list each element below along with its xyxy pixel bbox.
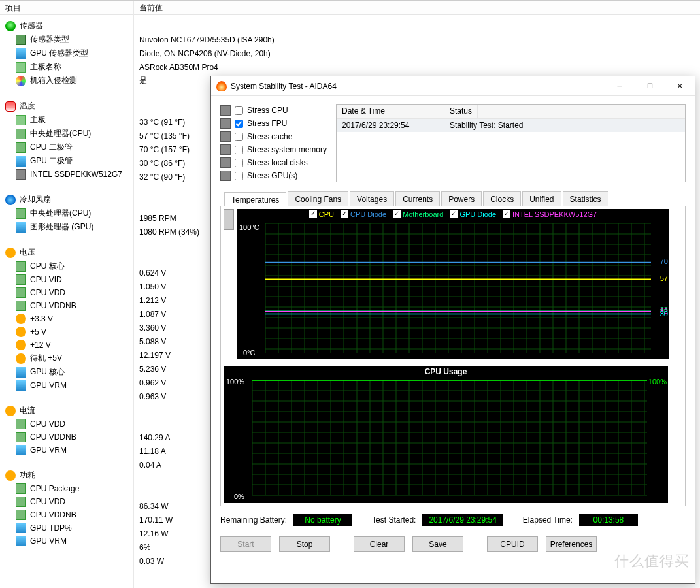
- stop-button[interactable]: Stop: [279, 536, 330, 552]
- tree-item[interactable]: CPU VDD: [0, 417, 133, 431]
- item-icon: [16, 142, 26, 153]
- item-icon: [16, 76, 26, 86]
- stress-option[interactable]: Stress system memory: [220, 143, 327, 156]
- tab-temperatures[interactable]: Temperatures: [224, 192, 286, 206]
- tab-voltages[interactable]: Voltages: [350, 191, 394, 206]
- tree-item[interactable]: 主板: [0, 113, 133, 127]
- tree-item[interactable]: 传感器类型: [0, 33, 133, 46]
- item-icon: [16, 261, 26, 272]
- stress-checkbox[interactable]: [235, 146, 243, 154]
- temp-axis-bottom: 0°C: [243, 349, 255, 357]
- section-fans[interactable]: 冷却风扇: [0, 193, 133, 206]
- tab-powers[interactable]: Powers: [441, 191, 482, 206]
- stress-option[interactable]: Stress GPU(s): [220, 169, 327, 182]
- tree-item[interactable]: GPU 核心: [0, 365, 133, 379]
- scroll-stub[interactable]: [224, 209, 234, 230]
- tree-item[interactable]: 主板名称: [0, 60, 133, 74]
- stress-icon: [220, 131, 231, 142]
- tree-item[interactable]: GPU 传感器类型: [0, 46, 133, 60]
- legend-item[interactable]: CPU: [309, 210, 334, 218]
- column-header-value[interactable]: 当前值: [134, 1, 700, 15]
- value-cell: Diode, ON NCP4206 (NV-Diode, 20h): [137, 46, 700, 60]
- stress-option[interactable]: Stress CPU: [220, 104, 327, 117]
- tree-item[interactable]: 图形处理器 (GPU): [0, 220, 133, 234]
- legend-checkbox[interactable]: [341, 210, 348, 218]
- preferences-button[interactable]: Preferences: [546, 536, 597, 552]
- legend-item[interactable]: INTEL SSDPEKKW512G7: [503, 210, 597, 218]
- tree-item[interactable]: 机箱入侵检测: [0, 74, 133, 88]
- item-icon: [16, 48, 26, 59]
- section-sensors[interactable]: 传感器: [0, 19, 133, 33]
- status-row: Remaining Battery: No battery Test Start…: [220, 514, 686, 526]
- item-icon: [16, 208, 26, 219]
- item-icon: [16, 367, 26, 378]
- tree-item[interactable]: GPU 二极管: [0, 154, 133, 168]
- tree-item[interactable]: GPU VRM: [0, 534, 133, 547]
- battery-label: Remaining Battery:: [220, 515, 287, 525]
- tree-item[interactable]: 中央处理器(CPU): [0, 127, 133, 140]
- legend-item[interactable]: CPU Diode: [341, 210, 386, 218]
- log-row[interactable]: 2017/6/29 23:29:54 Stability Test: Start…: [337, 119, 685, 132]
- tree-item[interactable]: +3.3 V: [0, 312, 133, 325]
- tree-item[interactable]: +5 V: [0, 325, 133, 338]
- close-button[interactable]: ✕: [665, 76, 695, 96]
- stress-checkbox[interactable]: [235, 120, 243, 128]
- tree-item[interactable]: CPU VDDNB: [0, 508, 133, 521]
- stability-test-dialog: System Stability Test - AIDA64 ─ ☐ ✕ Str…: [210, 76, 695, 584]
- tree-item[interactable]: 待机 +5V: [0, 351, 133, 365]
- minimize-button[interactable]: ─: [605, 76, 635, 96]
- legend-checkbox[interactable]: [450, 210, 458, 218]
- titlebar[interactable]: System Stability Test - AIDA64 ─ ☐ ✕: [211, 76, 695, 96]
- section-power[interactable]: 功耗: [0, 468, 133, 482]
- tree-item[interactable]: GPU TDP%: [0, 521, 133, 534]
- save-button[interactable]: Save: [412, 536, 463, 552]
- maximize-button[interactable]: ☐: [635, 76, 665, 96]
- item-icon: [16, 510, 26, 520]
- tab-unified[interactable]: Unified: [522, 191, 561, 206]
- tree-item[interactable]: CPU Package: [0, 482, 133, 495]
- tree-item[interactable]: CPU VID: [0, 273, 133, 286]
- tree-item[interactable]: +12 V: [0, 338, 133, 351]
- legend-item[interactable]: Motherboard: [393, 210, 443, 218]
- column-header-item[interactable]: 项目: [0, 1, 133, 15]
- legend-checkbox[interactable]: [309, 210, 317, 218]
- tree-item[interactable]: CPU 二极管: [0, 140, 133, 154]
- log-col-status[interactable]: Status: [444, 105, 478, 118]
- tree-item[interactable]: CPU 核心: [0, 259, 133, 273]
- tree-item[interactable]: CPU VDDNB: [0, 299, 133, 312]
- stress-checkbox[interactable]: [235, 106, 243, 115]
- tab-clocks[interactable]: Clocks: [483, 191, 521, 206]
- legend-checkbox[interactable]: [503, 210, 510, 218]
- stress-option[interactable]: Stress FPU: [220, 117, 327, 130]
- log-cell-status: Stability Test: Started: [444, 119, 529, 132]
- tree-item[interactable]: CPU VDD: [0, 495, 133, 508]
- stress-checkbox[interactable]: [235, 172, 243, 180]
- power-icon: [5, 470, 16, 481]
- cpu-usage-graph[interactable]: CPU Usage 100% 0% 100%: [224, 366, 668, 503]
- tree-item[interactable]: 中央处理器(CPU): [0, 206, 133, 220]
- clear-button[interactable]: Clear: [354, 536, 405, 552]
- elapsed-value: 00:13:58: [579, 514, 638, 526]
- section-temperature[interactable]: 温度: [0, 99, 133, 113]
- stress-checkbox[interactable]: [235, 133, 243, 141]
- start-button[interactable]: Start: [220, 536, 271, 552]
- section-current[interactable]: 电流: [0, 404, 133, 417]
- cpuid-button[interactable]: CPUID: [487, 536, 538, 552]
- tab-currents[interactable]: Currents: [395, 191, 440, 206]
- section-voltage[interactable]: 电压: [0, 246, 133, 259]
- log-col-datetime[interactable]: Date & Time: [337, 105, 444, 118]
- stress-option[interactable]: Stress local disks: [220, 156, 327, 169]
- legend-checkbox[interactable]: [393, 210, 401, 218]
- tree-item[interactable]: GPU VRM: [0, 444, 133, 457]
- temperature-graph[interactable]: CPUCPU DiodeMotherboardGPU DiodeINTEL SS…: [237, 209, 669, 359]
- stress-option[interactable]: Stress cache: [220, 130, 327, 143]
- tree-item[interactable]: CPU VDD: [0, 286, 133, 299]
- stress-checkbox[interactable]: [235, 159, 243, 167]
- item-icon: [16, 380, 26, 391]
- tree-item[interactable]: CPU VDDNB: [0, 431, 133, 444]
- tree-item[interactable]: GPU VRM: [0, 379, 133, 392]
- legend-item[interactable]: GPU Diode: [450, 210, 496, 218]
- tab-cooling fans[interactable]: Cooling Fans: [288, 191, 348, 206]
- tab-statistics[interactable]: Statistics: [563, 191, 608, 206]
- tree-item[interactable]: INTEL SSDPEKKW512G7: [0, 168, 133, 181]
